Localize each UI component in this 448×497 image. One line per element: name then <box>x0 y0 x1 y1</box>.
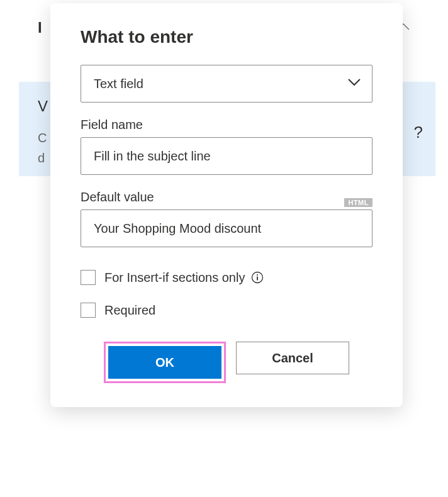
backdrop-partial-text: I <box>38 19 42 36</box>
info-icon[interactable] <box>251 271 264 284</box>
dialog-title: What to enter <box>81 27 372 47</box>
ok-button[interactable]: OK <box>108 346 221 379</box>
backdrop-partial-text: V <box>38 98 48 115</box>
default-value-label: Default value <box>81 190 372 204</box>
field-type-select[interactable]: Text field <box>81 65 372 103</box>
html-badge: HTML <box>344 198 372 207</box>
what-to-enter-dialog: What to enter Text field Field name Defa… <box>50 3 403 407</box>
field-type-selected-value: Text field <box>94 77 143 91</box>
insert-if-checkbox[interactable] <box>81 270 96 285</box>
svg-point-1 <box>257 274 258 276</box>
field-name-input[interactable] <box>81 137 372 175</box>
field-name-label: Field name <box>81 118 372 132</box>
required-checkbox[interactable] <box>81 303 96 318</box>
default-value-input[interactable] <box>81 209 372 247</box>
svg-rect-2 <box>257 277 259 281</box>
backdrop-partial-text: C <box>38 131 47 145</box>
backdrop-partial-text: ? <box>414 123 423 142</box>
ok-button-highlight: OK <box>104 342 226 383</box>
backdrop-partial-text: d <box>38 151 45 165</box>
insert-if-label: For Insert-if sections only <box>104 271 245 285</box>
dialog-button-row: OK Cancel <box>81 342 372 383</box>
cancel-button[interactable]: Cancel <box>236 342 349 374</box>
required-label: Required <box>104 303 155 318</box>
